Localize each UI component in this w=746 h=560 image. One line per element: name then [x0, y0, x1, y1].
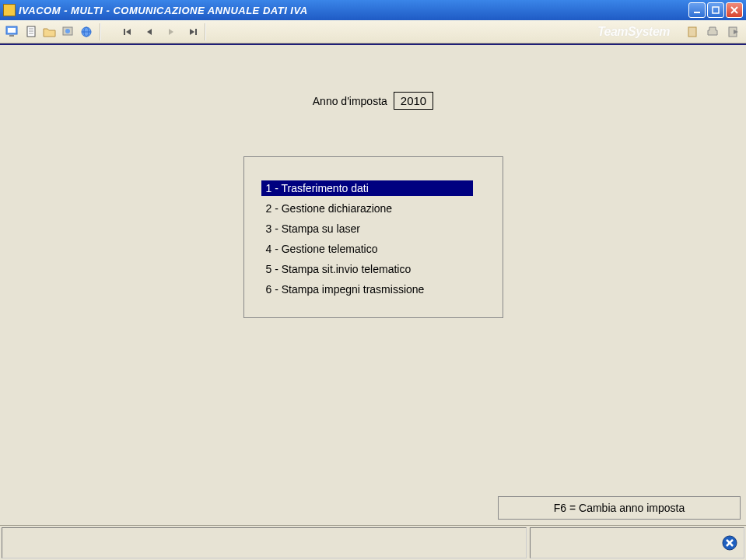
titlebar: IVACOM - MULTI - COMUNICAZIONE ANNUALE D…: [0, 0, 746, 20]
main-content: Anno d'imposta 2010 1 - Trasferimento da…: [0, 45, 746, 525]
nav-first-icon[interactable]: [121, 25, 135, 39]
maximize-button[interactable]: [707, 2, 724, 18]
folder-icon[interactable]: [42, 24, 58, 40]
window-title: IVACOM - MULTI - COMUNICAZIONE ANNUALE D…: [19, 5, 688, 16]
svg-marker-18: [147, 29, 152, 35]
status-left: [2, 527, 527, 558]
close-button[interactable]: [726, 2, 743, 18]
window-controls: [688, 2, 743, 18]
year-label: Anno d'imposta: [313, 95, 387, 107]
menu-item-3[interactable]: 3 - Stampa su laser: [261, 221, 473, 236]
status-right: [530, 527, 744, 558]
globe-icon[interactable]: [79, 24, 95, 40]
menu-box: 1 - Trasferimento dati 2 - Gestione dich…: [243, 156, 503, 318]
nav-next-icon[interactable]: [164, 25, 178, 39]
minimize-button[interactable]: [688, 2, 706, 18]
menu-item-6[interactable]: 6 - Stampa impegni trasmissione: [261, 282, 473, 297]
svg-rect-22: [688, 27, 696, 37]
hint-text: F6 = Cambia anno imposta: [554, 502, 685, 514]
svg-rect-1: [713, 7, 719, 13]
svg-marker-19: [169, 29, 173, 35]
exit-icon[interactable]: [726, 24, 741, 40]
svg-marker-17: [126, 29, 131, 35]
help-icon[interactable]: [685, 24, 701, 40]
menu-item-2[interactable]: 2 - Gestione dichiarazione: [261, 201, 473, 216]
tools-icon[interactable]: [61, 24, 76, 40]
svg-point-12: [65, 29, 70, 33]
year-field[interactable]: 2010: [394, 92, 433, 110]
menu-item-1[interactable]: 1 - Trasferimento dati: [261, 180, 473, 196]
menu-item-5[interactable]: 5 - Stampa sit.invio telematico: [261, 261, 473, 277]
print-icon[interactable]: [706, 24, 721, 40]
brand-logo: TeamSystem: [597, 25, 670, 39]
svg-rect-5: [8, 28, 16, 33]
svg-rect-6: [9, 35, 14, 37]
document-icon[interactable]: [23, 24, 39, 40]
status-close-icon[interactable]: [722, 535, 737, 551]
screen-icon[interactable]: [5, 24, 20, 40]
toolbar: TeamSystem: [0, 20, 746, 44]
nav-prev-icon[interactable]: [142, 25, 156, 39]
statusbar: [0, 525, 746, 560]
svg-marker-20: [190, 29, 194, 35]
menu-item-4[interactable]: 4 - Gestione telematico: [261, 241, 473, 257]
nav-last-icon[interactable]: [186, 25, 200, 39]
hint-box: F6 = Cambia anno imposta: [498, 496, 741, 520]
app-icon: [3, 4, 16, 16]
